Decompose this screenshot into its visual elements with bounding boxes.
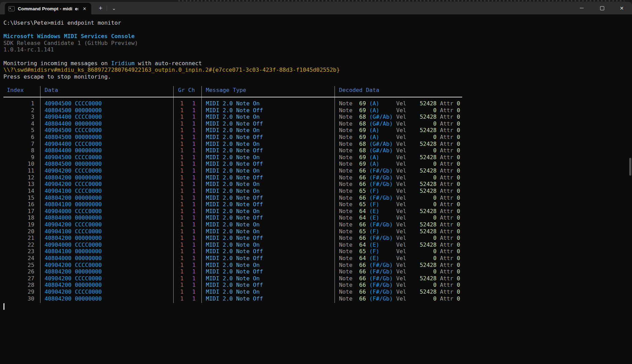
terminal-content: C:\Users\Pete>midi endpoint monitor Micr…	[0, 16, 632, 364]
decoded-note-label: Note	[339, 174, 352, 181]
decoded-attr-value: 0	[457, 242, 460, 248]
decoded-note-name: (G#/Ab)	[369, 147, 393, 154]
decoded-attr-value: 0	[457, 289, 460, 295]
terminal-window: >_ Command Prompt - midi end ✕ + ⌄ ✕ C:\…	[0, 2, 632, 364]
maximize-button[interactable]	[594, 2, 610, 14]
scrollbar-thumb[interactable]	[629, 158, 631, 176]
new-tab-button[interactable]: +	[95, 3, 106, 13]
header-index: Index	[7, 87, 24, 94]
decoded-vel-label: Vel	[396, 100, 406, 107]
table-row: 1440904100 CCCC000011MIDI 2.0 Note OnNot…	[0, 188, 632, 195]
decoded-note-label: Note	[339, 147, 352, 154]
row-group: 1	[173, 134, 184, 141]
minimize-icon	[580, 8, 584, 8]
decoded-attr-value: 0	[457, 214, 460, 221]
decoded-vel-label: Vel	[396, 114, 406, 120]
table-row: 2040904100 CCCC000011MIDI 2.0 Note OnNot…	[0, 228, 632, 235]
tab-dropdown-chevron-icon[interactable]: ⌄	[109, 3, 119, 13]
row-index: 25	[0, 262, 34, 269]
row-message-type: MIDI 2.0 Note On	[206, 114, 260, 120]
row-group: 1	[173, 248, 184, 255]
tab-close-icon[interactable]: ✕	[81, 5, 88, 12]
row-channel: 1	[185, 127, 196, 134]
row-data-hex: 40904200 CCCC0000	[45, 262, 102, 269]
row-data-hex: 40804100 00000000	[45, 248, 102, 255]
decoded-note-name: (E)	[369, 208, 393, 214]
decoded-attr-value: 0	[457, 201, 460, 208]
row-data-hex: 40904500 CCCC0000	[45, 127, 102, 134]
decoded-attr-value: 0	[457, 181, 460, 187]
decoded-note-name: (F#/Gb)	[369, 167, 393, 174]
row-channel: 1	[185, 181, 196, 188]
decoded-note-label: Note	[339, 221, 352, 228]
row-index: 13	[0, 181, 34, 188]
decoded-vel-label: Vel	[396, 141, 406, 147]
row-channel: 1	[185, 100, 196, 107]
table-row: 1540804200 0000000011MIDI 2.0 Note OffNo…	[0, 195, 632, 201]
decoded-note-number: 66	[352, 295, 366, 302]
row-decoded: Note 65 (F) Vel 52428 Attr 0	[339, 228, 460, 235]
row-message-type: MIDI 2.0 Note On	[206, 188, 260, 195]
decoded-attr-label: Attr	[440, 248, 453, 255]
row-data-hex: 40904000 CCCC0000	[45, 208, 102, 215]
decoded-vel-label: Vel	[396, 201, 406, 208]
row-decoded: Note 69 (A) Vel 52428 Attr 0	[339, 100, 460, 107]
device-path: \\?\swd#midisrv#midiu_ks_868972728076492…	[3, 67, 629, 73]
decoded-attr-value: 0	[457, 141, 460, 147]
table-row: 3040804200 0000000011MIDI 2.0 Note OffNo…	[0, 295, 632, 302]
decoded-attr-label: Attr	[440, 208, 453, 214]
screen: >_ Command Prompt - midi end ✕ + ⌄ ✕ C:\…	[0, 0, 632, 364]
row-decoded: Note 64 (E) Vel 0 Attr 0	[339, 214, 460, 221]
row-channel: 1	[185, 154, 196, 161]
row-index: 20	[0, 228, 34, 235]
decoded-note-name: (G#/Ab)	[369, 114, 393, 120]
decoded-note-name: (F#/Gb)	[369, 262, 393, 268]
row-message-type: MIDI 2.0 Note Off	[206, 248, 263, 255]
table-row: 840804400 0000000011MIDI 2.0 Note OffNot…	[0, 147, 632, 154]
tab-command-prompt[interactable]: >_ Command Prompt - midi end ✕	[5, 3, 91, 14]
decoded-vel-value: 0	[406, 195, 436, 201]
decoded-attr-label: Attr	[440, 275, 453, 282]
close-button[interactable]: ✕	[614, 2, 630, 14]
terminal-cursor	[3, 303, 4, 310]
decoded-vel-label: Vel	[396, 235, 406, 241]
table-row: 2340804100 0000000011MIDI 2.0 Note OffNo…	[0, 248, 632, 255]
row-message-type: MIDI 2.0 Note Off	[206, 147, 263, 154]
decoded-attr-value: 0	[457, 188, 460, 194]
row-decoded: Note 68 (G#/Ab) Vel 52428 Attr 0	[339, 114, 460, 120]
decoded-attr-label: Attr	[440, 221, 453, 228]
row-group: 1	[173, 289, 184, 295]
decoded-note-name: (F#/Gb)	[369, 181, 393, 187]
decoded-note-label: Note	[339, 188, 352, 194]
decoded-attr-label: Attr	[440, 120, 453, 127]
row-index: 24	[0, 255, 34, 262]
decoded-attr-label: Attr	[440, 235, 453, 241]
row-group: 1	[173, 107, 184, 114]
decoded-note-label: Note	[339, 161, 352, 167]
row-index: 23	[0, 248, 34, 255]
decoded-vel-label: Vel	[396, 268, 406, 275]
decoded-vel-value: 52428	[406, 154, 436, 161]
minimize-button[interactable]	[574, 2, 589, 14]
decoded-note-label: Note	[339, 275, 352, 282]
row-channel: 1	[185, 134, 196, 141]
row-decoded: Note 66 (F#/Gb) Vel 52428 Attr 0	[339, 181, 460, 188]
decoded-vel-value: 0	[406, 147, 436, 154]
decoded-vel-label: Vel	[396, 228, 406, 235]
row-index: 14	[0, 188, 34, 195]
decoded-attr-value: 0	[457, 248, 460, 255]
decoded-vel-label: Vel	[396, 181, 406, 187]
decoded-attr-label: Attr	[440, 282, 453, 288]
background-window-edge	[178, 0, 624, 1]
prompt-line: C:\Users\Pete>midi endpoint monitor	[3, 20, 629, 26]
row-channel: 1	[185, 255, 196, 262]
row-channel: 1	[185, 289, 196, 295]
row-data-hex: 40804200 00000000	[45, 282, 102, 289]
decoded-note-name: (G#/Ab)	[369, 141, 393, 147]
row-message-type: MIDI 2.0 Note On	[206, 154, 260, 161]
row-channel: 1	[185, 120, 196, 127]
row-channel: 1	[185, 208, 196, 215]
row-group: 1	[173, 188, 184, 195]
decoded-vel-value: 52428	[406, 127, 436, 133]
row-message-type: MIDI 2.0 Note On	[206, 289, 260, 295]
